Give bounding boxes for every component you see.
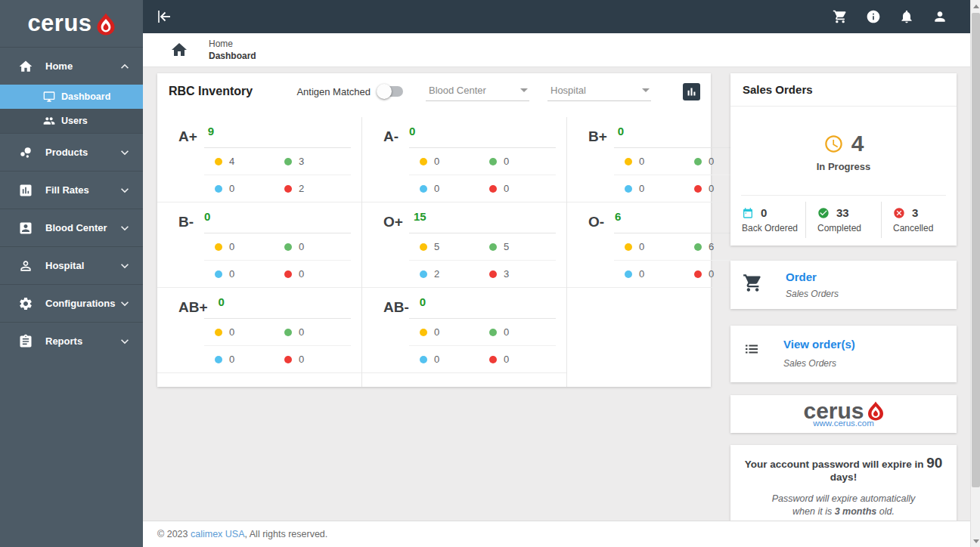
count-yellow: 0 bbox=[625, 241, 694, 252]
view-orders-shortcut-card[interactable]: View order(s) Sales Orders bbox=[730, 326, 957, 382]
rbc-inventory-card: RBC Inventory Antigen Matched Blood Cent… bbox=[157, 73, 711, 387]
blood-center-select[interactable]: Blood Center bbox=[426, 82, 529, 101]
blood-type-label: O- bbox=[588, 214, 604, 230]
order-shortcut-card[interactable]: Order Sales Orders bbox=[730, 261, 957, 309]
sidebar-logo[interactable]: cerus bbox=[0, 0, 143, 47]
blood-type-total: 9 bbox=[208, 125, 214, 138]
blood-type-label: AB+ bbox=[178, 299, 208, 316]
sales-orders-title: Sales Orders bbox=[730, 73, 957, 107]
red-dot-icon bbox=[284, 356, 292, 363]
vertical-scrollbar[interactable] bbox=[970, 0, 980, 547]
order-subtitle: Sales Orders bbox=[786, 289, 839, 299]
calimex-link[interactable]: calimex USA bbox=[191, 529, 245, 539]
sidebar-item-configurations[interactable]: Configurations bbox=[0, 284, 143, 322]
count-red: 0 bbox=[284, 268, 354, 280]
blood-type-label: B+ bbox=[588, 128, 607, 145]
list-icon bbox=[743, 340, 761, 358]
info-icon[interactable] bbox=[866, 9, 881, 24]
yellow-dot-icon bbox=[215, 329, 222, 336]
stat-cancelled: 3Cancelled bbox=[881, 202, 957, 238]
order-link[interactable]: Order bbox=[786, 270, 839, 283]
green-dot-icon bbox=[489, 243, 497, 251]
blood-type-label: A+ bbox=[178, 128, 197, 145]
stat-value: 33 bbox=[836, 206, 849, 219]
blood-type-section-ab: AB+00000 bbox=[157, 288, 361, 373]
count-blue: 0 bbox=[215, 183, 284, 194]
person-icon[interactable] bbox=[932, 9, 947, 24]
topbar-actions bbox=[833, 9, 970, 24]
brand-logo-text: cerus bbox=[27, 10, 91, 37]
count-blue: 0 bbox=[420, 183, 489, 194]
breadcrumb-section[interactable]: Home bbox=[209, 39, 256, 49]
sidebar-item-hospital[interactable]: Hospital bbox=[0, 246, 143, 284]
yellow-dot-icon bbox=[420, 158, 427, 165]
reports-icon bbox=[18, 334, 33, 349]
topbar bbox=[143, 0, 970, 33]
green-dot-icon bbox=[489, 158, 497, 165]
sidebar-item-label: Dashboard bbox=[61, 91, 110, 102]
main-content: RBC Inventory Antigen Matched Blood Cent… bbox=[143, 67, 970, 521]
sidebar-item-fill-rates[interactable]: Fill Rates bbox=[0, 171, 143, 209]
sidebar-item-users[interactable]: Users bbox=[0, 109, 143, 133]
scroll-up-arrow[interactable] bbox=[971, 0, 980, 12]
count-blue: 0 bbox=[625, 268, 694, 280]
blood-type-label: B- bbox=[178, 214, 194, 230]
green-dot-icon bbox=[284, 329, 292, 336]
blue-dot-icon bbox=[420, 270, 427, 278]
sidebar-item-reports[interactable]: Reports bbox=[0, 322, 143, 360]
sidebar-item-blood-center[interactable]: Blood Center bbox=[0, 209, 143, 246]
blood-type-grid: A+94302B-00000AB+00000 A-00000O+155523AB… bbox=[157, 110, 711, 387]
count-red: 0 bbox=[489, 183, 559, 194]
green-dot-icon bbox=[694, 158, 702, 165]
home-icon[interactable] bbox=[170, 41, 188, 59]
count-blue: 2 bbox=[420, 268, 489, 280]
blood-type-total: 0 bbox=[618, 125, 624, 138]
blood-type-section-ab: AB-00000 bbox=[362, 288, 566, 373]
count-yellow: 5 bbox=[420, 241, 489, 252]
scrollbar-thumb[interactable] bbox=[972, 13, 980, 487]
yellow-dot-icon bbox=[625, 158, 632, 165]
in-progress-count: 4 bbox=[851, 131, 864, 156]
chart-view-button[interactable] bbox=[683, 83, 700, 100]
blood-center-select-value: Blood Center bbox=[429, 85, 486, 96]
view-orders-link[interactable]: View order(s) bbox=[783, 338, 855, 351]
sidebar-item-label: Blood Center bbox=[45, 222, 107, 233]
stat-label: Back Ordered bbox=[742, 223, 802, 233]
sidebar-item-dashboard[interactable]: Dashboard bbox=[0, 85, 143, 109]
blood-type-total: 0 bbox=[204, 210, 210, 223]
hospital-select[interactable]: Hospital bbox=[547, 82, 651, 101]
count-red: 3 bbox=[489, 268, 559, 280]
red-dot-icon bbox=[284, 270, 292, 278]
blood-center-icon bbox=[18, 221, 33, 236]
scroll-down-arrow[interactable] bbox=[971, 535, 980, 547]
red-dot-icon bbox=[694, 185, 702, 193]
password-expiry-line: Your account password will expire in 90 … bbox=[738, 455, 949, 483]
chevron-down-icon bbox=[642, 88, 650, 92]
chevron-down-icon bbox=[520, 88, 528, 92]
sidebar-item-label: Configurations bbox=[45, 298, 115, 309]
cart-icon bbox=[743, 273, 763, 293]
users-icon bbox=[43, 115, 55, 127]
antigen-matched-toggle[interactable] bbox=[378, 86, 403, 97]
blue-dot-icon bbox=[625, 185, 632, 193]
breadcrumb: Home Dashboard bbox=[143, 33, 970, 67]
blood-type-label: A- bbox=[383, 128, 399, 145]
count-blue: 0 bbox=[215, 268, 284, 280]
blood-type-total: 0 bbox=[409, 125, 415, 138]
password-notice-card: Your account password will expire in 90 … bbox=[730, 445, 957, 522]
sidebar-item-label: Reports bbox=[45, 335, 82, 347]
collapse-sidebar-icon[interactable] bbox=[155, 8, 173, 26]
sidebar-item-home[interactable]: Home bbox=[0, 47, 143, 85]
cerus-website-link[interactable]: www.cerus.com bbox=[813, 419, 874, 428]
password-note-line2: when it is 3 months old. bbox=[738, 506, 949, 517]
bell-icon[interactable] bbox=[899, 9, 914, 24]
blood-grid-column: A-00000O+155523AB-00000 bbox=[361, 117, 566, 387]
check-circle-icon bbox=[817, 207, 830, 219]
sidebar-item-products[interactable]: Products bbox=[0, 133, 143, 171]
stat-back-ordered: 0Back Ordered bbox=[730, 202, 805, 238]
cart-icon[interactable] bbox=[833, 9, 848, 24]
count-green: 0 bbox=[489, 326, 559, 338]
yellow-dot-icon bbox=[420, 243, 427, 251]
green-dot-icon bbox=[694, 243, 702, 251]
chevron-down-icon bbox=[117, 145, 132, 160]
